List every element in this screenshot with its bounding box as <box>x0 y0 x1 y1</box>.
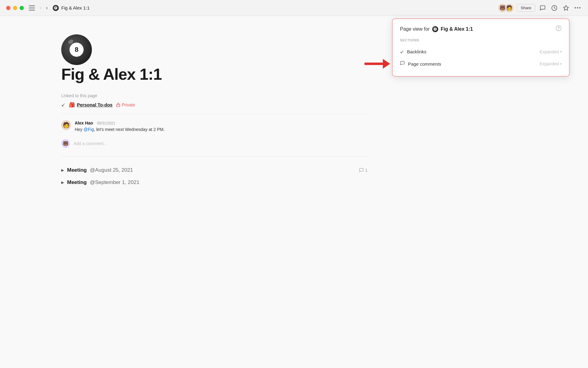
section-row-left-backlinks: ↙ Backlinks <box>400 49 426 55</box>
linked-page-name: Personal To-dos <box>77 102 112 107</box>
meeting-date-0: @August 25, 2021 <box>90 167 133 173</box>
bookmark-button[interactable] <box>562 4 570 12</box>
close-button[interactable] <box>6 6 10 10</box>
back-button[interactable]: ‹ <box>39 4 43 12</box>
traffic-lights <box>6 6 24 10</box>
chevron-down-icon-2: ▾ <box>560 62 562 66</box>
page-comments-label: Page comments <box>408 61 441 67</box>
page-ball-icon: 8 <box>61 34 92 65</box>
page-comments-icon <box>400 61 405 67</box>
page-icon-title: 8 Fig & Alex 1:1 <box>53 5 90 11</box>
maximize-button[interactable] <box>20 6 24 10</box>
svg-point-2 <box>575 7 576 8</box>
add-comment-row: 🐻 Add a comment... <box>61 137 368 150</box>
comment-section: 🧑 Alex Hao 08/31/2021 Hey @Fig, let's me… <box>61 114 368 157</box>
backlink-arrow-icon: ↙ <box>61 102 65 108</box>
page-comments-value: Expanded <box>540 61 559 66</box>
meeting-label-1: Meeting <box>67 179 87 186</box>
comment-date: 08/31/2021 <box>97 121 115 125</box>
comment-count-label-0: 1 <box>365 168 368 173</box>
more-button[interactable] <box>573 6 582 10</box>
titlebar: ‹ › 8 Fig & Alex 1:1 🐻 🧑 Share <box>0 0 588 16</box>
add-comment-input[interactable]: Add a comment... <box>74 141 107 146</box>
meeting-item-0[interactable]: ▶ Meeting @August 25, 2021 1 <box>61 164 368 176</box>
linked-section-label: Linked to this page <box>61 93 368 98</box>
share-button[interactable]: Share <box>517 4 535 12</box>
section-row-left-comments: Page comments <box>400 61 441 67</box>
current-user-avatar: 🐻 <box>61 139 70 148</box>
comment-author: Alex Hao <box>75 121 93 125</box>
meeting-date-1: @September 1, 2021 <box>90 179 139 186</box>
avatar-group: 🐻 🧑 <box>498 4 514 12</box>
linked-page-emoji: 🎒 <box>69 102 75 108</box>
backlinks-dropdown[interactable]: Expanded ▾ <box>540 49 562 54</box>
main-content: 8 Fig & Alex 1:1 Linked to this page ↙ 🎒… <box>0 16 429 214</box>
sections-label: SECTIONS <box>400 38 562 42</box>
comment-button[interactable] <box>538 4 547 12</box>
minimize-button[interactable] <box>13 6 17 10</box>
comment-item: 🧑 Alex Hao 08/31/2021 Hey @Fig, let's me… <box>61 120 368 132</box>
linked-page-item[interactable]: 🎒 Personal To-dos <box>69 102 112 108</box>
section-row-comments: Page comments Expanded ▾ <box>400 58 562 70</box>
meeting-label-0: Meeting <box>67 167 87 173</box>
menu-icon[interactable] <box>29 6 35 10</box>
red-arrow-body <box>364 63 383 65</box>
help-icon[interactable] <box>556 25 562 33</box>
linked-items: ↙ 🎒 Personal To-dos Private <box>61 102 368 114</box>
popup-title-row: Page view for 8 Fig & Alex 1:1 <box>400 26 473 32</box>
popup-label: Page view for <box>400 26 430 32</box>
popup-panel: Page view for 8 Fig & Alex 1:1 SECTIONS … <box>392 18 570 77</box>
nav-arrows: ‹ › <box>39 4 49 12</box>
meeting-section: ▶ Meeting @August 25, 2021 1 ▶ Meeting @… <box>61 157 368 196</box>
svg-marker-1 <box>564 5 569 10</box>
page-emoji-icon: 8 <box>53 5 59 11</box>
red-arrow <box>364 59 390 69</box>
backlinks-label: Backlinks <box>407 49 426 54</box>
meeting-item-1[interactable]: ▶ Meeting @September 1, 2021 <box>61 176 368 189</box>
forward-button[interactable]: › <box>45 4 49 12</box>
popup-header: Page view for 8 Fig & Alex 1:1 <box>400 25 562 33</box>
popup-page-emoji: 8 <box>432 26 438 32</box>
titlebar-right: 🐻 🧑 Share <box>498 4 582 12</box>
section-row-backlinks: ↙ Backlinks Expanded ▾ <box>400 46 562 58</box>
comment-count-0: 1 <box>359 168 368 173</box>
mention-fig: @Fig <box>84 127 94 132</box>
history-button[interactable] <box>550 4 559 12</box>
backlinks-icon: ↙ <box>400 49 404 55</box>
page-title: Fig & Alex 1:1 <box>61 65 368 83</box>
toggle-arrow-1: ▶ <box>61 180 64 185</box>
comment-text: Hey @Fig, let's meet next Wednesday at 2… <box>75 127 165 132</box>
toggle-arrow-0: ▶ <box>61 168 64 172</box>
svg-point-4 <box>579 7 580 8</box>
chevron-down-icon: ▾ <box>560 50 562 53</box>
backlinks-value: Expanded <box>540 49 559 54</box>
svg-point-3 <box>577 7 578 8</box>
avatar-user2: 🧑 <box>505 4 514 12</box>
comment-author-avatar: 🧑 <box>61 120 71 130</box>
page-comments-dropdown[interactable]: Expanded ▾ <box>540 61 562 66</box>
private-label: Private <box>122 102 135 107</box>
red-arrow-head <box>383 59 390 69</box>
private-badge: Private <box>116 102 135 107</box>
popup-page-name: Fig & Alex 1:1 <box>441 26 473 32</box>
svg-rect-5 <box>117 105 120 106</box>
comment-body: Alex Hao 08/31/2021 Hey @Fig, let's meet… <box>75 120 165 132</box>
page-title: Fig & Alex 1:1 <box>61 5 90 10</box>
